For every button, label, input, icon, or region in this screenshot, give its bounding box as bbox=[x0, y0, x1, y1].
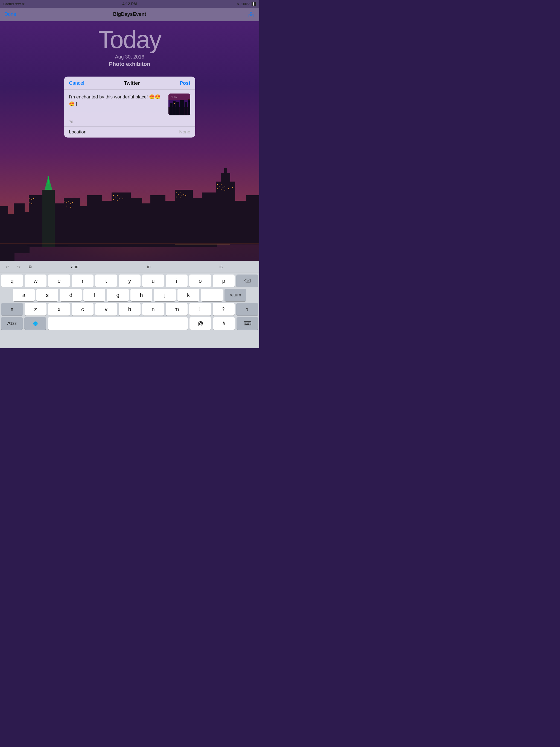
svg-rect-32 bbox=[31, 203, 32, 204]
tweet-image-thumbnail: Today bbox=[169, 94, 190, 115]
svg-rect-22 bbox=[202, 192, 217, 247]
svg-rect-12 bbox=[79, 206, 87, 247]
post-button[interactable]: Post bbox=[180, 80, 190, 86]
key-t[interactable]: t bbox=[95, 275, 117, 287]
carrier-info: Carrier ▾▾▾ ✲ bbox=[3, 2, 25, 6]
key-c[interactable]: c bbox=[72, 303, 94, 315]
numbers-key[interactable]: .?123 bbox=[1, 317, 23, 330]
keyboard-area: ↩ ↪ ⧉ and in is q w e r t y u i o p ⌫ a … bbox=[0, 261, 259, 349]
suggestion-3[interactable]: is bbox=[216, 263, 226, 271]
key-v[interactable]: v bbox=[95, 303, 117, 315]
svg-rect-39 bbox=[70, 207, 71, 208]
key-g[interactable]: g bbox=[107, 289, 129, 301]
suggestion-1[interactable]: and bbox=[68, 263, 82, 271]
key-n[interactable]: n bbox=[142, 303, 164, 315]
space-key[interactable] bbox=[48, 317, 188, 330]
svg-rect-6 bbox=[29, 195, 42, 247]
svg-rect-16 bbox=[130, 198, 142, 247]
location-label: Location bbox=[69, 129, 86, 135]
share-button[interactable] bbox=[247, 11, 255, 18]
svg-rect-31 bbox=[29, 202, 30, 203]
svg-rect-53 bbox=[185, 195, 186, 196]
key-a[interactable]: a bbox=[13, 289, 35, 301]
svg-rect-40 bbox=[113, 195, 114, 196]
key-question[interactable]: ?. bbox=[213, 303, 235, 315]
key-h[interactable]: h bbox=[130, 289, 152, 301]
keyboard-hide-key[interactable]: ⌨ bbox=[236, 317, 258, 330]
key-s[interactable]: s bbox=[36, 289, 58, 301]
svg-rect-76 bbox=[180, 100, 184, 115]
globe-key[interactable]: 🌐 bbox=[24, 317, 46, 330]
svg-rect-66 bbox=[0, 243, 259, 243]
key-f[interactable]: f bbox=[83, 289, 105, 301]
key-z[interactable]: z bbox=[25, 303, 47, 315]
key-k[interactable]: k bbox=[177, 289, 199, 301]
svg-rect-49 bbox=[178, 194, 179, 195]
at-key[interactable]: @ bbox=[189, 317, 211, 330]
done-button[interactable]: Done bbox=[4, 11, 16, 17]
svg-rect-67 bbox=[27, 245, 68, 245]
svg-rect-79 bbox=[171, 104, 171, 105]
bluetooth-icon: ✲ bbox=[22, 2, 25, 6]
key-b[interactable]: b bbox=[119, 303, 141, 315]
svg-rect-64 bbox=[228, 188, 229, 189]
key-w[interactable]: w bbox=[25, 275, 47, 287]
svg-rect-57 bbox=[219, 186, 220, 186]
key-y[interactable]: y bbox=[119, 275, 141, 287]
svg-rect-28 bbox=[29, 198, 30, 199]
paste-button[interactable]: ⧉ bbox=[25, 262, 35, 272]
key-j[interactable]: j bbox=[154, 289, 176, 301]
svg-rect-25 bbox=[224, 168, 227, 176]
svg-rect-38 bbox=[67, 206, 67, 206]
svg-rect-50 bbox=[180, 192, 180, 193]
delete-key[interactable]: ⌫ bbox=[236, 275, 258, 287]
twitter-dialog: Cancel Twitter Post I'm enchanted by thi… bbox=[64, 77, 195, 137]
return-key[interactable]: return bbox=[225, 289, 246, 301]
key-row-1: q w e r t y u i o p ⌫ bbox=[1, 275, 258, 287]
svg-rect-26 bbox=[235, 201, 247, 244]
char-count: 70 bbox=[64, 120, 195, 126]
nav-bar: Done BigDaysEvent bbox=[0, 8, 259, 21]
cancel-button[interactable]: Cancel bbox=[69, 80, 84, 86]
svg-rect-27 bbox=[246, 195, 259, 244]
svg-rect-45 bbox=[113, 199, 114, 200]
key-p[interactable]: p bbox=[213, 275, 235, 287]
tweet-text[interactable]: I'm enchanted by this wonderful place! 😍… bbox=[69, 94, 165, 117]
undo-button[interactable]: ↩ bbox=[2, 262, 12, 272]
svg-rect-63 bbox=[225, 190, 225, 190]
keyboard-rows: q w e r t y u i o p ⌫ a s d f g h j k l … bbox=[0, 273, 259, 330]
key-q[interactable]: q bbox=[1, 275, 23, 287]
shift-key-left[interactable]: ⇧ bbox=[1, 303, 23, 315]
svg-rect-36 bbox=[70, 203, 71, 204]
svg-text:Today: Today bbox=[171, 96, 177, 98]
svg-rect-43 bbox=[119, 198, 120, 199]
svg-rect-42 bbox=[117, 195, 118, 196]
twitter-header: Cancel Twitter Post bbox=[64, 77, 195, 90]
svg-rect-30 bbox=[33, 198, 34, 199]
location-row[interactable]: Location None bbox=[64, 126, 195, 137]
shift-key-right[interactable]: ⇧ bbox=[236, 303, 258, 315]
svg-rect-21 bbox=[192, 198, 202, 247]
svg-rect-46 bbox=[123, 199, 123, 199]
suggestion-2[interactable]: in bbox=[144, 263, 154, 271]
svg-rect-13 bbox=[87, 195, 102, 247]
redo-button[interactable]: ↪ bbox=[14, 262, 24, 272]
svg-rect-19 bbox=[164, 201, 176, 247]
app-title: BigDaysEvent bbox=[113, 11, 146, 17]
today-date: Aug 30, 2016 bbox=[0, 54, 259, 60]
key-exclaim[interactable]: !, bbox=[189, 303, 211, 315]
key-d[interactable]: d bbox=[60, 289, 82, 301]
key-x[interactable]: x bbox=[48, 303, 70, 315]
key-u[interactable]: u bbox=[142, 275, 164, 287]
key-m[interactable]: m bbox=[166, 303, 187, 315]
key-l[interactable]: l bbox=[201, 289, 223, 301]
svg-rect-35 bbox=[68, 201, 69, 202]
key-o[interactable]: o bbox=[189, 275, 211, 287]
key-r[interactable]: r bbox=[72, 275, 94, 287]
svg-rect-4 bbox=[14, 203, 25, 253]
key-e[interactable]: e bbox=[48, 275, 70, 287]
svg-rect-54 bbox=[176, 197, 177, 198]
svg-rect-17 bbox=[142, 203, 151, 247]
hash-key[interactable]: # bbox=[213, 317, 235, 330]
key-i[interactable]: i bbox=[166, 275, 187, 287]
